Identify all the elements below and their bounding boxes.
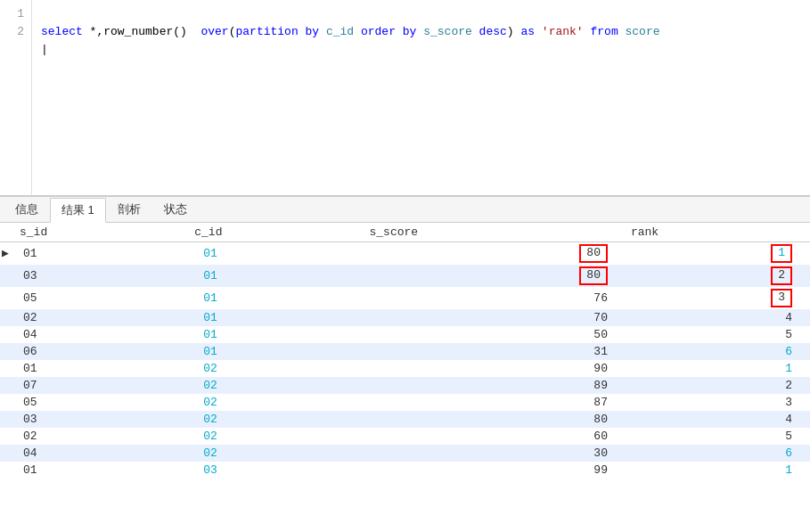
cell-sid: 03 xyxy=(14,411,189,428)
table-row: 0201704 xyxy=(0,309,810,326)
cell-cid: 01 xyxy=(189,343,364,360)
table-row: 0202605 xyxy=(0,428,810,445)
table-row: 0401505 xyxy=(0,326,810,343)
cell-cid: 02 xyxy=(189,428,364,445)
col-sid: s_id xyxy=(14,223,189,242)
cell-sid: 05 xyxy=(14,394,189,411)
cell-cid: 01 xyxy=(189,265,364,287)
tab-info[interactable]: 信息 xyxy=(4,197,50,222)
cell-cid: 01 xyxy=(189,287,364,309)
row-arrow xyxy=(0,377,14,394)
table-row: ▶0101801 xyxy=(0,242,810,265)
cell-sscore: 90 xyxy=(364,360,626,377)
cell-cid: 03 xyxy=(189,462,364,479)
cell-sscore: 60 xyxy=(364,428,626,445)
line-numbers: 1 2 xyxy=(0,0,32,195)
table-row: 0702892 xyxy=(0,377,810,394)
row-arrow: ▶ xyxy=(0,242,14,265)
table-row: 0301802 xyxy=(0,265,810,287)
cell-sid: 04 xyxy=(14,326,189,343)
tab-profile[interactable]: 剖析 xyxy=(106,197,152,222)
cell-cid: 01 xyxy=(189,242,364,265)
cell-rank: 4 xyxy=(626,411,810,428)
cell-sscore: 31 xyxy=(364,343,626,360)
row-arrow xyxy=(0,309,14,326)
cell-sscore: 89 xyxy=(364,377,626,394)
col-arrow xyxy=(0,223,14,242)
cell-cid: 02 xyxy=(189,394,364,411)
cell-cid: 02 xyxy=(189,360,364,377)
cell-sscore: 80 xyxy=(364,411,626,428)
col-cid: c_id xyxy=(189,223,364,242)
cell-sscore: 70 xyxy=(364,309,626,326)
cell-sid: 02 xyxy=(14,428,189,445)
cell-cid: 01 xyxy=(189,326,364,343)
cell-sid: 01 xyxy=(14,462,189,479)
cell-rank: 1 xyxy=(626,360,810,377)
cell-sid: 03 xyxy=(14,265,189,287)
row-arrow xyxy=(0,445,14,462)
col-sscore: s_score xyxy=(364,223,626,242)
cell-sscore: 80 xyxy=(364,265,626,287)
cell-sscore: 50 xyxy=(364,326,626,343)
row-arrow xyxy=(0,411,14,428)
cell-sscore: 76 xyxy=(364,287,626,309)
col-rank: rank xyxy=(626,223,810,242)
cell-sid: 05 xyxy=(14,287,189,309)
row-arrow xyxy=(0,287,14,309)
cell-rank: 3 xyxy=(626,287,810,309)
cell-rank: 1 xyxy=(626,462,810,479)
row-arrow xyxy=(0,326,14,343)
cell-cid: 02 xyxy=(189,377,364,394)
cell-rank: 5 xyxy=(626,326,810,343)
table-row: 0402306 xyxy=(0,445,810,462)
cell-sid: 04 xyxy=(14,445,189,462)
cell-rank: 6 xyxy=(626,445,810,462)
cell-sscore: 87 xyxy=(364,394,626,411)
row-arrow xyxy=(0,428,14,445)
cell-sscore: 30 xyxy=(364,445,626,462)
cell-rank: 2 xyxy=(626,377,810,394)
cell-sid: 01 xyxy=(14,360,189,377)
cell-cid: 02 xyxy=(189,445,364,462)
cell-rank: 5 xyxy=(626,428,810,445)
cell-rank: 3 xyxy=(626,394,810,411)
tab-status[interactable]: 状态 xyxy=(152,197,199,222)
row-arrow xyxy=(0,343,14,360)
table-header: s_id c_id s_score rank xyxy=(0,223,810,242)
cell-sid: 07 xyxy=(14,377,189,394)
tabs-bar: 信息 结果 1 剖析 状态 xyxy=(0,196,810,223)
row-arrow xyxy=(0,394,14,411)
tab-results[interactable]: 结果 1 xyxy=(50,198,106,223)
table-row: 0103991 xyxy=(0,462,810,479)
row-arrow xyxy=(0,360,14,377)
table-row: 0302804 xyxy=(0,411,810,428)
cell-sid: 06 xyxy=(14,343,189,360)
cell-sid: 01 xyxy=(14,242,189,265)
cell-rank: 1 xyxy=(626,242,810,265)
cell-rank: 2 xyxy=(626,265,810,287)
table-row: 0501763 xyxy=(0,287,810,309)
cell-sid: 02 xyxy=(14,309,189,326)
row-arrow xyxy=(0,265,14,287)
cell-cid: 02 xyxy=(189,411,364,428)
cell-rank: 6 xyxy=(626,343,810,360)
row-arrow xyxy=(0,462,14,479)
results-table: s_id c_id s_score rank ▶0101801030180205… xyxy=(0,223,810,479)
results-area[interactable]: s_id c_id s_score rank ▶0101801030180205… xyxy=(0,223,810,532)
cell-sscore: 99 xyxy=(364,462,626,479)
table-row: 0102901 xyxy=(0,360,810,377)
table-row: 0601316 xyxy=(0,343,810,360)
cell-sscore: 80 xyxy=(364,242,626,265)
cell-cid: 01 xyxy=(189,309,364,326)
code-editor[interactable]: 1 2 select *,row_number() over(partition… xyxy=(0,0,810,196)
code-content[interactable]: select *,row_number() over(partition by … xyxy=(32,0,810,195)
table-row: 0502873 xyxy=(0,394,810,411)
cell-rank: 4 xyxy=(626,309,810,326)
